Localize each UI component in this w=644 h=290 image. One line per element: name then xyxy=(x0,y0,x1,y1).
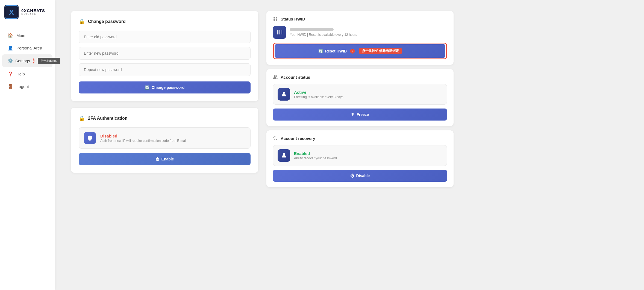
disable-icon: ⏻ xyxy=(350,174,354,178)
app-subtitle: PRIVATE xyxy=(21,13,45,16)
lock-icon: 🔒 xyxy=(79,19,85,25)
reset-hwid-label: Reset HWID xyxy=(325,49,347,53)
reset-hwid-wrapper: 🔄 Reset HWID 2 点击此按钮 解除电脑绑定 xyxy=(273,43,447,59)
sidebar-item-main-label: Main xyxy=(16,33,25,38)
freeze-button[interactable]: ❄ Freeze xyxy=(273,109,447,121)
enabled-status-desc: Ability recover your password xyxy=(294,156,337,160)
svg-point-14 xyxy=(276,75,277,77)
reset-hwid-badge: 2 xyxy=(350,49,355,54)
old-password-input[interactable] xyxy=(79,31,251,43)
enabled-status-item: Enabled Ability recover your password xyxy=(273,145,447,166)
repeat-password-input[interactable] xyxy=(79,63,251,76)
logo-area: X 0XCHEATS PRIVATE xyxy=(0,0,55,24)
settings-tooltip: 点击Settings xyxy=(38,58,60,64)
twofa-status-info: Disabled Auth from new IP will require c… xyxy=(100,134,186,143)
twofa-icon-box xyxy=(84,132,96,144)
svg-rect-5 xyxy=(274,19,275,21)
active-status-desc: Freezing is available every 3 days xyxy=(294,95,343,99)
svg-rect-8 xyxy=(278,30,278,34)
sidebar-item-personal-label: Personal Area xyxy=(16,46,42,50)
home-icon: 🏠 xyxy=(8,33,13,38)
svg-rect-6 xyxy=(276,19,277,21)
app-name: 0XCHEATS xyxy=(21,8,45,13)
reset-hwid-icon: 🔄 xyxy=(318,49,323,53)
grid-icon xyxy=(273,16,278,21)
svg-rect-10 xyxy=(280,30,280,34)
right-column: Status HWID Your HWID | Reset is availab… xyxy=(266,11,454,192)
twofa-title: 2FA Authentication xyxy=(88,116,128,121)
svg-rect-9 xyxy=(279,30,280,34)
svg-point-16 xyxy=(283,153,285,155)
hwid-info-row: Your HWID | Reset is available every 12 … xyxy=(273,26,447,39)
twofa-header: 🔒 2FA Authentication xyxy=(79,115,251,121)
account-status-title: Account status xyxy=(281,75,310,80)
hwid-icon-box xyxy=(273,26,286,39)
account-status-card: Account status Active Freezing is availa… xyxy=(266,69,454,126)
active-status-item: Active Freezing is available every 3 day… xyxy=(273,84,447,105)
change-password-button[interactable]: 🔄 Change password xyxy=(79,81,251,93)
disable-label: Disable xyxy=(356,174,370,178)
barcode-icon xyxy=(276,29,283,36)
twofa-status-label: Disabled xyxy=(100,134,186,138)
svg-point-13 xyxy=(274,75,276,77)
account-status-header: Account status xyxy=(273,75,447,80)
twofa-enable-label: Enable xyxy=(161,157,174,161)
sidebar-item-logout[interactable]: 🚪 Logout xyxy=(2,80,52,92)
sidebar-item-help[interactable]: ❓ Help xyxy=(2,68,52,80)
left-column: 🔒 Change password 🔄 Change password 🔒 2F… xyxy=(71,11,258,192)
shield-check-icon xyxy=(87,135,93,141)
svg-rect-3 xyxy=(274,17,275,18)
disable-button[interactable]: ⏻ Disable xyxy=(273,170,447,182)
logout-icon: 🚪 xyxy=(8,84,13,89)
hwid-section-title: Status HWID xyxy=(281,17,305,21)
reset-hwid-button[interactable]: 🔄 Reset HWID 2 点击此按钮 解除电脑绑定 xyxy=(275,44,445,58)
svg-rect-7 xyxy=(277,30,278,34)
change-password-button-icon: 🔄 xyxy=(145,85,149,90)
account-recovery-title: Account recovery xyxy=(281,136,315,141)
hwid-blurred-value xyxy=(290,28,334,31)
change-password-card: 🔒 Change password 🔄 Change password xyxy=(71,11,258,101)
enabled-status-info: Enabled Ability recover your password xyxy=(294,151,337,160)
twofa-status-desc: Auth from new IP will require confirmati… xyxy=(100,139,186,143)
main-content: 🔒 Change password 🔄 Change password 🔒 2F… xyxy=(55,0,644,290)
settings-badge: 1 xyxy=(33,58,34,63)
logo-text: 0XCHEATS PRIVATE xyxy=(21,8,45,16)
recovery-person-icon xyxy=(281,153,287,159)
active-status-icon xyxy=(278,88,290,101)
sidebar: X 0XCHEATS PRIVATE 🏠 Main 👤 Personal Are… xyxy=(0,0,55,290)
hwid-section-header: Status HWID xyxy=(273,16,447,21)
active-status-label: Active xyxy=(294,90,343,95)
settings-icon: ⚙️ xyxy=(8,58,13,64)
hwid-card: Status HWID Your HWID | Reset is availab… xyxy=(266,11,454,65)
twofa-enable-button[interactable]: ⏻ Enable xyxy=(79,153,251,165)
svg-point-15 xyxy=(283,92,285,94)
change-password-title: Change password xyxy=(88,19,126,24)
sidebar-item-settings[interactable]: ⚙️ Settings 1 点击Settings xyxy=(2,54,52,67)
content-grid: 🔒 Change password 🔄 Change password 🔒 2F… xyxy=(71,11,454,192)
twofa-enable-icon: ⏻ xyxy=(155,157,159,161)
enabled-status-icon xyxy=(278,149,290,162)
new-password-input[interactable] xyxy=(79,47,251,60)
reset-hwid-tooltip-zh: 点击此按钮 解除电脑绑定 xyxy=(359,48,402,54)
shield-icon: 🔒 xyxy=(79,115,85,121)
twofa-status-box: Disabled Auth from new IP will require c… xyxy=(79,127,251,149)
sidebar-item-help-label: Help xyxy=(16,72,25,76)
twofa-card: 🔒 2FA Authentication Disabled Auth from … xyxy=(71,108,258,173)
freeze-label: Freeze xyxy=(357,112,369,117)
active-status-info: Active Freezing is available every 3 day… xyxy=(294,90,343,99)
svg-rect-11 xyxy=(281,30,281,34)
svg-rect-4 xyxy=(276,17,277,18)
svg-text:X: X xyxy=(9,8,14,16)
user-icon: 👤 xyxy=(8,45,13,51)
freeze-icon: ❄ xyxy=(351,112,354,117)
users-icon xyxy=(273,75,278,80)
person-icon xyxy=(281,91,287,97)
recovery-icon xyxy=(273,136,278,141)
sidebar-item-personal[interactable]: 👤 Personal Area xyxy=(2,42,52,54)
enabled-status-label: Enabled xyxy=(294,151,337,156)
sidebar-item-main[interactable]: 🏠 Main xyxy=(2,29,52,41)
account-recovery-header: Account recovery xyxy=(273,136,447,141)
logo-icon: X xyxy=(4,5,19,19)
hwid-reset-text: Your HWID | Reset is available every 12 … xyxy=(290,33,357,37)
change-password-button-label: Change password xyxy=(152,85,185,90)
